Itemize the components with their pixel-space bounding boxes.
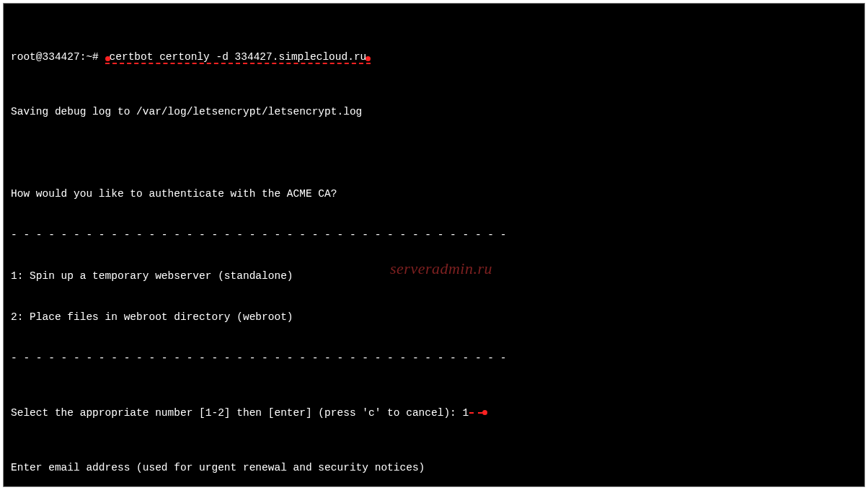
blank-line [11, 146, 857, 160]
divider: - - - - - - - - - - - - - - - - - - - - … [11, 352, 857, 365]
dot-icon [105, 56, 110, 61]
auth-question: How would you like to authenticate with … [11, 187, 857, 201]
email-question: Enter email address (used for urgent ren… [11, 461, 857, 475]
prompt-text: root@334427:~# [11, 51, 105, 63]
dot-icon [366, 56, 371, 61]
watermark-text: serveradmin.ru [390, 262, 492, 275]
user-input-1: 1 [463, 407, 469, 419]
dot-icon [482, 410, 487, 415]
divider: - - - - - - - - - - - - - - - - - - - - … [11, 228, 857, 242]
option-2: 2: Place files in webroot directory (web… [11, 311, 857, 324]
dash-marker [469, 412, 482, 414]
command-line: root@334427:~# certbot certonly -d 33442… [11, 50, 857, 64]
terminal-window[interactable]: root@334427:~# certbot certonly -d 33442… [3, 3, 865, 487]
command-underlined: certbot certonly -d 334427.simplecloud.r… [105, 51, 371, 64]
select-line: Select the appropriate number [1-2] then… [11, 406, 857, 420]
log-line: Saving debug log to /var/log/letsencrypt… [11, 105, 857, 119]
